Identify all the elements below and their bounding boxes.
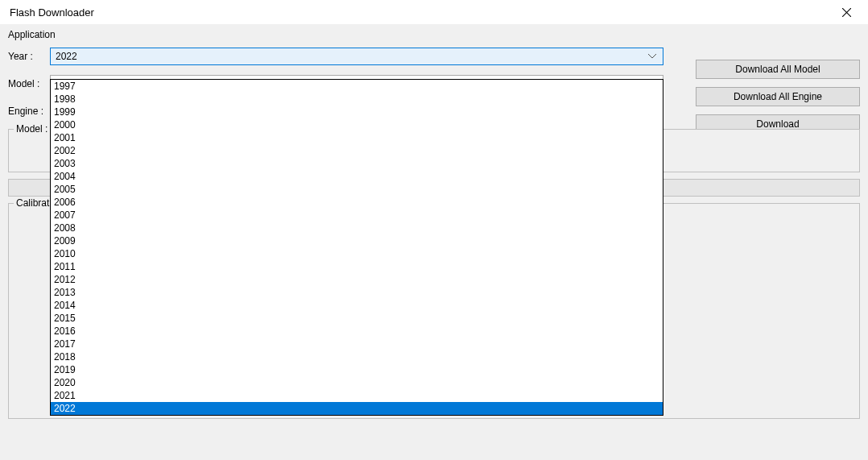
titlebar: Flash Downloader bbox=[0, 0, 868, 24]
year-option-1998[interactable]: 1998 bbox=[51, 93, 663, 106]
year-option-2016[interactable]: 2016 bbox=[51, 325, 663, 338]
year-option-1997[interactable]: 1997 bbox=[51, 80, 663, 93]
year-option-2014[interactable]: 2014 bbox=[51, 299, 663, 312]
year-option-2010[interactable]: 2010 bbox=[51, 247, 663, 260]
year-option-2009[interactable]: 2009 bbox=[51, 234, 663, 247]
year-option-2021[interactable]: 2021 bbox=[51, 389, 663, 402]
window-title: Flash Downloader bbox=[10, 6, 94, 19]
year-option-2001[interactable]: 2001 bbox=[51, 131, 663, 144]
year-combo-value: 2022 bbox=[56, 51, 647, 62]
model-label: Model : bbox=[8, 78, 50, 89]
year-option-2022[interactable]: 2022 bbox=[51, 402, 663, 415]
year-option-2008[interactable]: 2008 bbox=[51, 222, 663, 234]
year-option-2012[interactable]: 2012 bbox=[51, 273, 663, 286]
year-combo[interactable]: 2022 bbox=[50, 48, 663, 65]
year-label: Year : bbox=[8, 51, 50, 62]
year-option-2002[interactable]: 2002 bbox=[51, 144, 663, 157]
year-option-2015[interactable]: 2015 bbox=[51, 312, 663, 325]
year-option-2004[interactable]: 2004 bbox=[51, 170, 663, 183]
button-column: Download All Model Download All Engine D… bbox=[686, 60, 860, 134]
year-option-2013[interactable]: 2013 bbox=[51, 286, 663, 299]
year-option-2018[interactable]: 2018 bbox=[51, 350, 663, 363]
close-button[interactable] bbox=[828, 0, 865, 24]
year-option-2000[interactable]: 2000 bbox=[51, 118, 663, 131]
content-area: Application Year : 2022 Model : Engine : bbox=[0, 24, 868, 460]
year-option-2020[interactable]: 2020 bbox=[51, 376, 663, 389]
year-option-2017[interactable]: 2017 bbox=[51, 338, 663, 350]
year-option-2019[interactable]: 2019 bbox=[51, 363, 663, 376]
year-option-2006[interactable]: 2006 bbox=[51, 196, 663, 209]
year-option-2003[interactable]: 2003 bbox=[51, 157, 663, 170]
download-all-engine-button[interactable]: Download All Engine bbox=[696, 87, 860, 106]
engine-label: Engine : bbox=[8, 106, 50, 117]
year-option-2011[interactable]: 2011 bbox=[51, 260, 663, 273]
chevron-down-icon bbox=[647, 54, 658, 59]
close-icon bbox=[842, 8, 851, 17]
year-option-2007[interactable]: 2007 bbox=[51, 209, 663, 222]
download-all-model-button[interactable]: Download All Model bbox=[696, 60, 860, 79]
year-option-1999[interactable]: 1999 bbox=[51, 106, 663, 118]
application-label: Application bbox=[8, 29, 860, 40]
year-option-2005[interactable]: 2005 bbox=[51, 183, 663, 196]
year-dropdown-list[interactable]: 1997199819992000200120022003200420052006… bbox=[50, 79, 663, 416]
